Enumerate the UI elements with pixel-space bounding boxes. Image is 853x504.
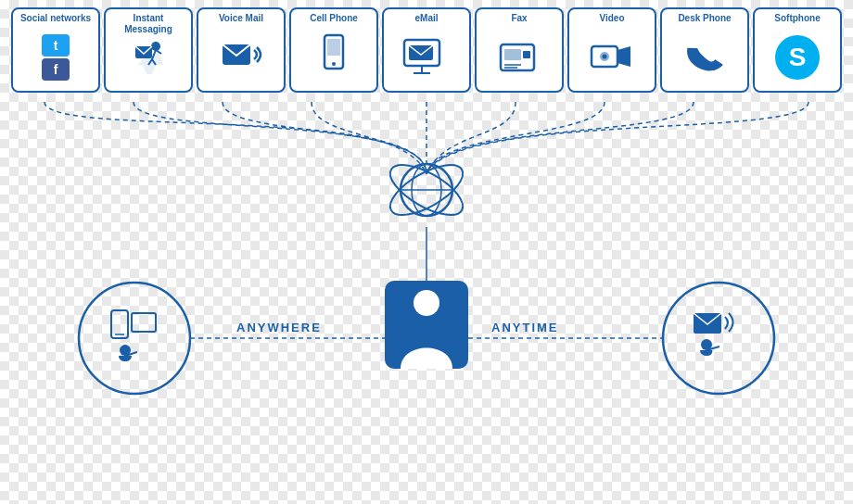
main-diagram: .dashed-line { stroke: #1a5fa8; stroke-w… bbox=[0, 102, 853, 504]
messaging-icon bbox=[124, 39, 172, 87]
channel-social-networks: Social networks t f bbox=[11, 7, 100, 93]
right-circle bbox=[663, 283, 774, 394]
channel-email: eMail bbox=[382, 7, 471, 93]
left-circle bbox=[79, 283, 190, 394]
video-icon bbox=[588, 39, 636, 76]
twitter-icon: t bbox=[42, 34, 70, 57]
svg-line-5 bbox=[156, 50, 161, 54]
skype-icon-area: S bbox=[775, 28, 820, 87]
social-icons-group: t f bbox=[42, 34, 70, 81]
social-icons-area: t f bbox=[42, 28, 70, 87]
svg-rect-34 bbox=[132, 313, 156, 332]
channel-video: Video bbox=[567, 7, 656, 93]
deskphone-icon bbox=[684, 37, 725, 78]
channel-label-social: Social networks bbox=[20, 13, 91, 24]
svg-rect-18 bbox=[523, 51, 530, 58]
top-channels-row: Social networks t f Instant Messaging bbox=[0, 0, 853, 93]
anytime-label: ANYTIME bbox=[491, 321, 559, 334]
channel-softphone: Softphone S bbox=[753, 7, 842, 93]
channel-label-video: Video bbox=[599, 13, 624, 24]
svg-rect-9 bbox=[327, 39, 340, 56]
fax-icon-area bbox=[495, 28, 543, 87]
channel-label-cellphone: Cell Phone bbox=[310, 13, 358, 24]
channel-cell-phone: Cell Phone bbox=[289, 7, 378, 93]
svg-marker-22 bbox=[617, 46, 630, 67]
cellphone-icon bbox=[320, 33, 348, 82]
anywhere-label: ANYWHERE bbox=[236, 321, 322, 334]
video-icon-area bbox=[588, 28, 636, 87]
channel-desk-phone: Desk Phone bbox=[660, 7, 749, 93]
svg-point-10 bbox=[332, 62, 336, 66]
svg-rect-17 bbox=[504, 49, 521, 60]
deskphone-icon-area bbox=[684, 28, 725, 87]
svg-point-31 bbox=[414, 290, 439, 316]
im-icon-area bbox=[124, 39, 172, 87]
facebook-icon: f bbox=[42, 58, 70, 81]
channel-label-deskphone: Desk Phone bbox=[678, 13, 731, 24]
svg-point-1 bbox=[152, 43, 159, 50]
skype-icon: S bbox=[775, 35, 820, 80]
voicemail-icon-area bbox=[217, 28, 265, 87]
channel-voice-mail: Voice Mail bbox=[197, 7, 286, 93]
svg-point-24 bbox=[603, 55, 607, 59]
voicemail-icon bbox=[217, 33, 265, 82]
fax-icon bbox=[495, 37, 543, 78]
channel-label-fax: Fax bbox=[511, 13, 527, 24]
channel-label-email: eMail bbox=[414, 13, 438, 24]
channel-instant-messaging: Instant Messaging bbox=[104, 7, 193, 93]
email-icon-area bbox=[402, 28, 451, 87]
channel-label-voicemail: Voice Mail bbox=[219, 13, 263, 24]
channel-label-softphone: Softphone bbox=[774, 13, 820, 24]
cellphone-icon-area bbox=[320, 28, 348, 87]
email-icon bbox=[402, 38, 451, 77]
channel-fax: Fax bbox=[475, 7, 564, 93]
channel-label-im: Instant Messaging bbox=[111, 13, 185, 35]
